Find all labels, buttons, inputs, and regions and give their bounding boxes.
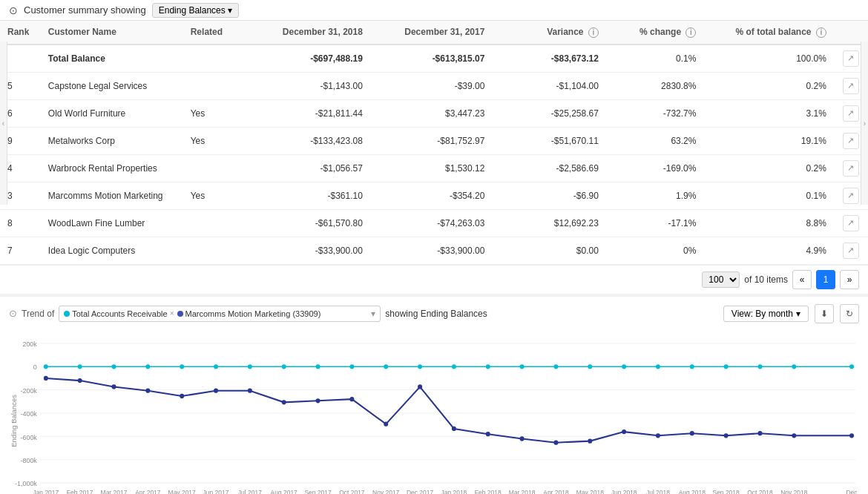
svg-text:-600k: -600k xyxy=(20,433,37,441)
scroll-right[interactable]: › xyxy=(861,42,868,205)
svg-point-17 xyxy=(145,364,150,369)
row-link-icon[interactable]: ↗ xyxy=(843,133,859,149)
svg-point-32 xyxy=(656,364,660,369)
view-by-month-btn[interactable]: View: By month ▾ xyxy=(723,306,809,322)
table-row: 9Metalworks CorpYes-$133,423.08-$81,752.… xyxy=(0,127,868,154)
svg-point-46 xyxy=(316,398,320,403)
col-customer-name: Customer Name xyxy=(41,21,183,45)
col-dec2018: December 31, 2018 xyxy=(248,21,369,45)
svg-text:Nov 2018: Nov 2018 xyxy=(780,488,807,494)
trend-right: View: By month ▾ ⬇ ↻ xyxy=(723,304,859,323)
svg-point-60 xyxy=(792,433,796,438)
svg-text:Sep 2017: Sep 2017 xyxy=(304,488,331,494)
tag-marcomms: Marcomms Motion Marketing (33909) xyxy=(177,309,321,318)
scroll-left[interactable]: ‹ xyxy=(0,42,7,205)
svg-text:Dec: Dec xyxy=(846,488,858,494)
svg-point-36 xyxy=(792,364,796,369)
svg-text:Jan 2017: Jan 2017 xyxy=(33,488,59,494)
view-btn-chevron: ▾ xyxy=(796,309,800,319)
svg-text:Aug 2017: Aug 2017 xyxy=(271,488,297,494)
svg-point-52 xyxy=(520,436,525,441)
svg-point-16 xyxy=(112,364,116,369)
svg-point-43 xyxy=(214,388,218,392)
customer-table: Rank Customer Name Related December 31, … xyxy=(0,21,868,265)
svg-point-34 xyxy=(724,364,729,369)
svg-text:-800k: -800k xyxy=(20,457,37,464)
col-variance: Variance i xyxy=(492,21,606,45)
table-row: 7Idea Logic Computers-$33,900.00-$33,900… xyxy=(0,237,868,264)
svg-text:Jun 2018: Jun 2018 xyxy=(611,488,637,494)
svg-text:May 2017: May 2017 xyxy=(168,488,196,494)
svg-point-27 xyxy=(486,364,490,369)
tag-total-ar-label: Total Accounts Receivable xyxy=(72,309,167,318)
page-next-btn[interactable]: » xyxy=(840,270,859,289)
trend-tags-dropdown-icon[interactable]: ▾ xyxy=(371,309,375,319)
table-row: 4Warbrock Rental Properties-$1,056.57$1,… xyxy=(0,154,868,182)
svg-point-14 xyxy=(44,364,48,369)
pagination-bar: 100 50 25 of 10 items « 1 » xyxy=(0,265,868,294)
svg-point-54 xyxy=(588,438,592,443)
svg-point-25 xyxy=(418,364,422,369)
table-row: 5Capstone Legal Services-$1,143.00-$39.0… xyxy=(0,72,868,99)
trend-tags-input[interactable]: Total Accounts Receivable × Marcomms Mot… xyxy=(59,306,381,322)
trend-left: ⊙ Trend of Total Accounts Receivable × M… xyxy=(9,306,487,322)
svg-point-50 xyxy=(452,427,456,431)
col-pct-change: % change i xyxy=(606,21,704,45)
svg-text:Apr 2018: Apr 2018 xyxy=(543,488,569,494)
svg-point-31 xyxy=(622,364,626,369)
trend-search-input[interactable] xyxy=(323,309,368,318)
svg-text:200k: 200k xyxy=(22,340,37,348)
pct-change-info-icon[interactable]: i xyxy=(685,27,696,38)
svg-point-22 xyxy=(316,364,320,369)
row-link-icon[interactable]: ↗ xyxy=(843,78,859,94)
variance-info-icon[interactable]: i xyxy=(588,27,599,38)
svg-point-19 xyxy=(214,364,218,369)
svg-text:Mar 2018: Mar 2018 xyxy=(509,488,536,494)
svg-point-56 xyxy=(656,433,660,438)
svg-point-41 xyxy=(145,388,150,392)
svg-point-39 xyxy=(78,378,82,383)
svg-text:Mar 2017: Mar 2017 xyxy=(101,488,128,494)
row-link-icon[interactable]: ↗ xyxy=(843,160,859,177)
row-link-icon[interactable]: ↗ xyxy=(843,50,859,67)
row-link-icon[interactable]: ↗ xyxy=(843,188,859,204)
svg-text:Jul 2017: Jul 2017 xyxy=(238,488,262,494)
trend-label: Trend of xyxy=(22,309,54,319)
svg-text:-1,000k: -1,000k xyxy=(15,480,37,487)
row-link-icon[interactable]: ↗ xyxy=(843,243,859,259)
svg-point-21 xyxy=(282,364,286,369)
svg-point-48 xyxy=(384,421,388,426)
tag-total-ar-close[interactable]: × xyxy=(170,309,174,317)
svg-point-55 xyxy=(622,429,626,434)
tag-total-ar: Total Accounts Receivable × xyxy=(64,309,174,318)
svg-text:Oct 2017: Oct 2017 xyxy=(339,488,365,494)
table-row: 8WoodLawn Fine Lumber-$61,570.80-$74,263… xyxy=(0,209,868,237)
row-link-icon[interactable]: ↗ xyxy=(843,105,859,122)
svg-text:Jun 2017: Jun 2017 xyxy=(203,488,229,494)
svg-point-33 xyxy=(690,364,694,369)
row-link-icon[interactable]: ↗ xyxy=(843,215,859,231)
refresh-btn[interactable]: ↻ xyxy=(840,304,859,323)
download-btn[interactable]: ⬇ xyxy=(815,304,834,323)
page-1-btn[interactable]: 1 xyxy=(816,270,835,289)
y-axis-label: Ending Balances xyxy=(10,395,18,447)
svg-point-51 xyxy=(486,432,490,436)
pct-total-info-icon[interactable]: i xyxy=(816,27,826,38)
ending-balances-dropdown[interactable]: Ending Balances ▾ xyxy=(152,3,239,18)
svg-text:Nov 2017: Nov 2017 xyxy=(372,488,399,494)
svg-text:Feb 2017: Feb 2017 xyxy=(67,488,93,494)
tag-marcomms-dot xyxy=(177,311,183,317)
table-row: Total Balance-$697,488.19-$613,815.07-$8… xyxy=(0,45,868,73)
svg-point-37 xyxy=(849,364,854,369)
top-bar: ⊙ Customer summary showing Ending Balanc… xyxy=(0,0,868,21)
page-prev-btn[interactable]: « xyxy=(792,270,812,289)
trend-header: ⊙ Trend of Total Accounts Receivable × M… xyxy=(9,304,859,323)
svg-point-29 xyxy=(553,364,558,369)
trend-showing-label: showing Ending Balances xyxy=(385,309,487,319)
svg-point-40 xyxy=(112,384,116,389)
svg-text:Sep 2018: Sep 2018 xyxy=(713,488,740,494)
svg-point-35 xyxy=(757,364,762,369)
svg-point-38 xyxy=(44,376,48,381)
svg-point-42 xyxy=(180,394,184,398)
page-size-select[interactable]: 100 50 25 xyxy=(702,271,740,288)
